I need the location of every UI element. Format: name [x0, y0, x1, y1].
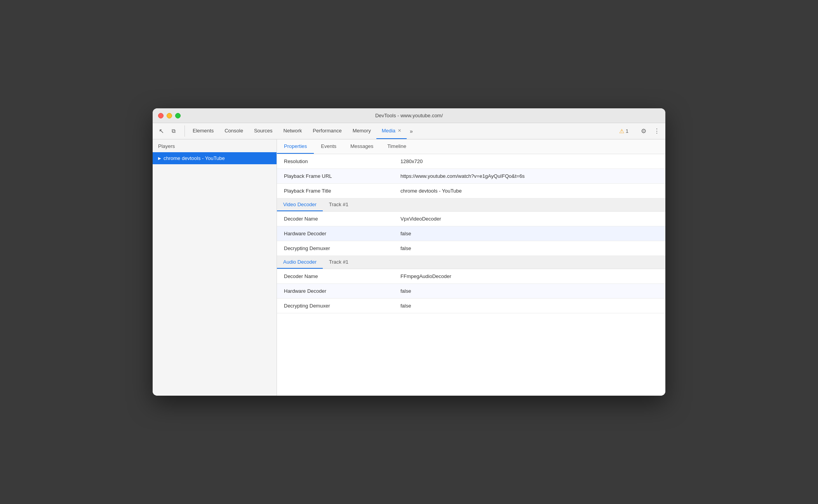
panel-tabs: Properties Events Messages Timeline [277, 139, 665, 154]
toolbar-divider [184, 125, 185, 137]
ad-key-hw: Hardware Decoder [277, 284, 393, 298]
audio-decoder-tab[interactable]: Audio Decoder [277, 256, 323, 269]
cursor-tool-button[interactable]: ↖ [156, 126, 167, 137]
ad-value-name: FFmpegAudioDecoder [393, 269, 665, 283]
tab-timeline[interactable]: Timeline [380, 139, 413, 154]
title-bar: DevTools - www.youtube.com/ [153, 108, 665, 123]
properties-section: Resolution 1280x720 Playback Frame URL h… [277, 154, 665, 198]
table-row: Decrypting Demuxer false [277, 241, 665, 256]
table-row: Hardware Decoder false [277, 226, 665, 241]
sidebar: Players ▶ chrome devtools - YouTube [153, 139, 277, 396]
tab-sources[interactable]: Sources [249, 123, 278, 139]
tab-elements[interactable]: Elements [187, 123, 219, 139]
cursor-icon: ↖ [159, 127, 164, 135]
video-track-tab[interactable]: Track #1 [323, 198, 355, 211]
tab-events[interactable]: Events [314, 139, 343, 154]
tab-messages[interactable]: Messages [343, 139, 380, 154]
prop-value-resolution: 1280x720 [393, 154, 665, 169]
toolbar: ↖ ⧉ Elements Console Sources Network Per… [153, 123, 665, 139]
prop-key-pbtitle: Playback Frame Title [277, 184, 393, 198]
tab-properties[interactable]: Properties [277, 139, 314, 154]
audio-decoder-rows: Decoder Name FFmpegAudioDecoder Hardware… [277, 269, 665, 313]
table-row: Decoder Name VpxVideoDecoder [277, 212, 665, 226]
prop-value-pburl: https://www.youtube.com/watch?v=e1gAyQuI… [393, 169, 665, 183]
video-decoder-rows: Decoder Name VpxVideoDecoder Hardware De… [277, 212, 665, 256]
audio-track-tab[interactable]: Track #1 [323, 256, 355, 269]
traffic-lights [158, 113, 181, 118]
inspect-button[interactable]: ⧉ [168, 126, 179, 137]
ad-value-hw: false [393, 284, 665, 298]
tab-media[interactable]: Media ✕ [376, 123, 407, 139]
sidebar-header: Players [153, 139, 277, 152]
toolbar-left-icons: ↖ ⧉ [156, 123, 179, 139]
warning-count: 1 [626, 128, 628, 134]
player-item[interactable]: ▶ chrome devtools - YouTube [153, 152, 277, 164]
content-area: Players ▶ chrome devtools - YouTube Prop… [153, 139, 665, 396]
ad-value-demux: false [393, 299, 665, 313]
table-row: Resolution 1280x720 [277, 154, 665, 169]
tab-performance[interactable]: Performance [307, 123, 347, 139]
video-decoder-tab[interactable]: Video Decoder [277, 198, 323, 211]
main-panel: Properties Events Messages Timeline Reso… [277, 139, 665, 396]
vd-key-name: Decoder Name [277, 212, 393, 226]
maximize-button[interactable] [175, 113, 181, 118]
tab-media-close[interactable]: ✕ [398, 128, 401, 133]
tab-console[interactable]: Console [219, 123, 249, 139]
player-label: chrome devtools - YouTube [164, 155, 225, 161]
vd-value-hw: false [393, 226, 665, 241]
ad-key-name: Decoder Name [277, 269, 393, 283]
table-row: Hardware Decoder false [277, 284, 665, 299]
vd-key-hw: Hardware Decoder [277, 226, 393, 241]
prop-value-pbtitle: chrome devtools - YouTube [393, 184, 665, 198]
table-row: Playback Frame Title chrome devtools - Y… [277, 184, 665, 198]
vd-value-demux: false [393, 241, 665, 255]
prop-key-resolution: Resolution [277, 154, 393, 169]
nav-tabs: Elements Console Sources Network Perform… [187, 123, 619, 139]
settings-button[interactable]: ⚙ [638, 126, 649, 137]
video-decoder-header: Video Decoder Track #1 [277, 198, 665, 212]
minimize-button[interactable] [167, 113, 172, 118]
warning-icon: ⚠ [619, 128, 624, 135]
vd-value-name: VpxVideoDecoder [393, 212, 665, 226]
vd-key-demux: Decrypting Demuxer [277, 241, 393, 255]
tab-network[interactable]: Network [278, 123, 308, 139]
audio-decoder-header: Audio Decoder Track #1 [277, 256, 665, 269]
devtools-window: DevTools - www.youtube.com/ ↖ ⧉ Elements… [153, 108, 665, 396]
more-tabs-button[interactable]: » [407, 123, 416, 139]
layers-icon: ⧉ [172, 128, 176, 134]
close-button[interactable] [158, 113, 164, 118]
chevron-more-icon: » [410, 128, 413, 134]
ad-key-demux: Decrypting Demuxer [277, 299, 393, 313]
table-row: Playback Frame URL https://www.youtube.c… [277, 169, 665, 184]
more-options-button[interactable]: ⋮ [651, 126, 662, 137]
toolbar-right: ⚠ 1 ⚙ ⋮ [619, 123, 662, 139]
player-arrow-icon: ▶ [158, 156, 161, 160]
warning-badge[interactable]: ⚠ 1 [619, 128, 628, 135]
window-title: DevTools - www.youtube.com/ [375, 113, 443, 118]
table-row: Decoder Name FFmpegAudioDecoder [277, 269, 665, 284]
table-row: Decrypting Demuxer false [277, 299, 665, 313]
tab-memory[interactable]: Memory [347, 123, 376, 139]
prop-key-pburl: Playback Frame URL [277, 169, 393, 183]
